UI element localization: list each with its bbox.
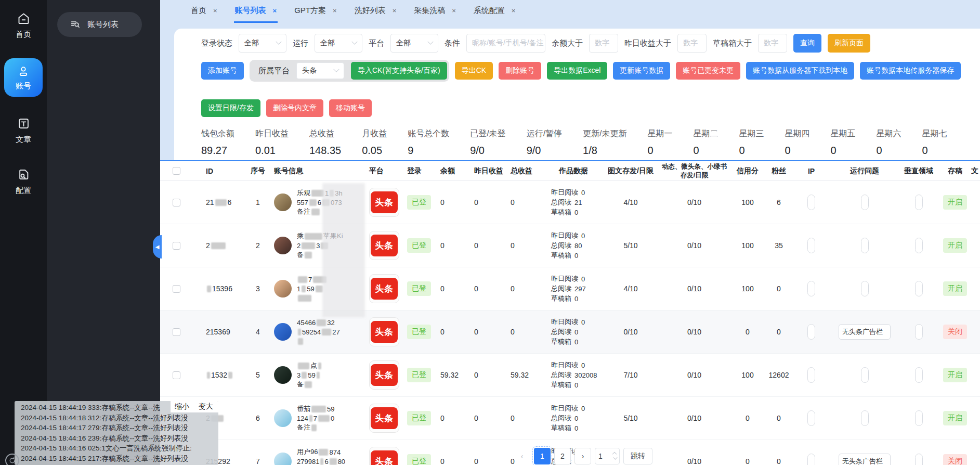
collapse-panel-handle[interactable]: ◀ xyxy=(153,235,162,259)
vertical-field-input[interactable] xyxy=(915,238,923,253)
query-button[interactable]: 查询 xyxy=(793,34,821,53)
export-ck-button[interactable]: 导出CK xyxy=(455,62,493,80)
run-issue-input[interactable] xyxy=(861,195,869,210)
ip-input[interactable] xyxy=(807,410,815,426)
prev-page-button[interactable]: ‹ xyxy=(514,448,530,464)
cell-store-status: 关闭 xyxy=(939,311,971,353)
condition-input[interactable]: 昵称/账号/手机号/备注 xyxy=(466,34,545,53)
tab-5[interactable]: 采集洗稿× xyxy=(413,0,457,23)
tab-close-icon[interactable]: × xyxy=(452,7,456,15)
works-label: 总阅读 xyxy=(551,241,571,250)
export-excel-button[interactable]: 导出数据Excel xyxy=(547,62,607,80)
log-grow-button[interactable]: 变大 xyxy=(199,402,213,412)
refresh-page-button[interactable]: 刷新页面 xyxy=(828,34,870,53)
filter-row: 登录状态 全部 运行 全部 平台 全部 条件 昵称/账号/手机号/备注 余额大于… xyxy=(174,33,980,54)
jump-page-input[interactable]: 1 xyxy=(595,448,620,464)
ip-input[interactable] xyxy=(807,281,815,296)
account-info-line: 359 xyxy=(297,370,322,380)
tab-3[interactable]: GPT方案× xyxy=(293,0,337,23)
draft-gt-input[interactable]: 数字 xyxy=(758,34,787,53)
works-value: 0 xyxy=(581,318,585,326)
changed-not-updated-button[interactable]: 账号已更变未更 xyxy=(676,62,740,80)
yesterday-gt-input[interactable]: 数字 xyxy=(677,34,707,53)
update-account-data-button[interactable]: 更新账号数据 xyxy=(613,62,670,80)
platform-group-select[interactable]: 头条 xyxy=(296,62,344,79)
vertical-field-input[interactable] xyxy=(915,410,923,426)
refresh-icon[interactable] xyxy=(5,454,19,465)
move-account-button[interactable]: 移动账号 xyxy=(329,99,372,117)
stepper-icons[interactable] xyxy=(613,453,616,460)
vertical-field-input[interactable] xyxy=(915,324,923,340)
select-all-checkbox[interactable] xyxy=(173,167,180,175)
cell-overflow xyxy=(971,181,979,224)
vertical-field-input[interactable] xyxy=(915,367,923,383)
next-page-button[interactable]: › xyxy=(574,448,591,464)
cell-checkbox xyxy=(160,267,192,310)
sidebar-item-home[interactable]: 首页 xyxy=(0,11,47,40)
stat-item: 已登/未登9/0 xyxy=(470,128,505,157)
header-select-all xyxy=(160,161,192,180)
download-from-server-button[interactable]: 账号数据从服务器下载到本地 xyxy=(746,62,854,80)
tab-4[interactable]: 洗好列表× xyxy=(354,0,398,23)
log-shrink-button[interactable]: 缩小 xyxy=(175,402,189,412)
tab-6[interactable]: 系统配置× xyxy=(473,0,517,23)
redacted-text xyxy=(215,199,227,206)
ip-input[interactable] xyxy=(807,238,815,253)
row-checkbox[interactable] xyxy=(173,199,180,206)
platform-select[interactable]: 全部 xyxy=(390,34,438,53)
delete-account-button[interactable]: 删除账号 xyxy=(499,62,541,80)
works-line: 昨日阅读0 xyxy=(551,188,585,198)
run-issue-input[interactable] xyxy=(861,410,869,426)
row-checkbox[interactable] xyxy=(173,328,180,336)
ip-input[interactable] xyxy=(807,454,815,465)
row-checkbox[interactable] xyxy=(173,242,180,250)
column-header: 账号信息 xyxy=(274,161,368,180)
sidebar-item-article[interactable]: 文章 xyxy=(0,117,47,145)
jump-button[interactable]: 跳转 xyxy=(623,448,652,464)
works-label: 总阅读 xyxy=(551,198,571,207)
tab-close-icon[interactable]: × xyxy=(393,7,397,15)
ip-input[interactable] xyxy=(807,324,815,340)
login-status-select[interactable]: 全部 xyxy=(239,34,286,53)
vertical-field-input[interactable] xyxy=(915,454,923,465)
text-segment: 备 xyxy=(297,380,304,389)
ip-input[interactable] xyxy=(807,195,815,210)
sidebar-item-config[interactable]: 配置 xyxy=(0,167,47,196)
run-select[interactable]: 全部 xyxy=(315,34,362,53)
run-issue-input[interactable] xyxy=(861,367,869,383)
run-issue-input[interactable] xyxy=(861,281,869,296)
cell-works-data: 昨日阅读0总阅读0草稿箱0 xyxy=(545,397,602,440)
balance-gt-input[interactable]: 数字 xyxy=(589,34,618,53)
redacted-text xyxy=(316,286,323,292)
upload-to-server-button[interactable]: 账号数据本地传服务器保存 xyxy=(860,62,961,80)
run-issue-input[interactable]: 无头条广告栏 xyxy=(839,324,891,340)
vertical-field-input[interactable] xyxy=(915,195,923,210)
add-account-button[interactable]: 添加账号 xyxy=(201,62,244,80)
tab-close-icon[interactable]: × xyxy=(213,7,217,15)
vertical-field-input[interactable] xyxy=(915,281,923,296)
row-checkbox[interactable] xyxy=(173,371,180,379)
delete-articles-button[interactable]: 删除号内文章 xyxy=(266,99,323,117)
row-checkbox[interactable] xyxy=(173,285,180,293)
tab-1[interactable]: 首页× xyxy=(190,0,218,23)
stat-label: 星期二 xyxy=(694,128,718,139)
page-button-2[interactable]: 2 xyxy=(554,448,571,464)
home-icon xyxy=(17,11,31,25)
tab-close-icon[interactable]: × xyxy=(512,7,516,15)
import-ck-button[interactable]: 导入CK(暂支持头条/百家) xyxy=(351,62,447,80)
text-segment: 1 xyxy=(297,285,300,293)
tab-close-icon[interactable]: × xyxy=(333,7,337,15)
ip-input[interactable] xyxy=(807,367,815,383)
set-limit-button[interactable]: 设置日限/存发 xyxy=(201,99,260,117)
sidebar-item-label: 账号 xyxy=(16,81,31,91)
tab-close-icon[interactable]: × xyxy=(273,7,277,15)
cell-fans: 6 xyxy=(766,181,792,224)
account-name-block: 乘苹果Ki23备 xyxy=(297,231,343,260)
tab-2[interactable]: 账号列表× xyxy=(234,0,278,23)
page-button-1[interactable]: 1 xyxy=(534,448,551,464)
run-issue-input[interactable]: 无头条广告栏 xyxy=(839,454,891,465)
panel-search[interactable]: 账号列表 xyxy=(57,12,142,37)
sidebar-item-account[interactable]: 账号 xyxy=(4,58,43,97)
run-issue-input[interactable] xyxy=(861,238,869,253)
stat-item: 星期五0 xyxy=(831,128,856,157)
